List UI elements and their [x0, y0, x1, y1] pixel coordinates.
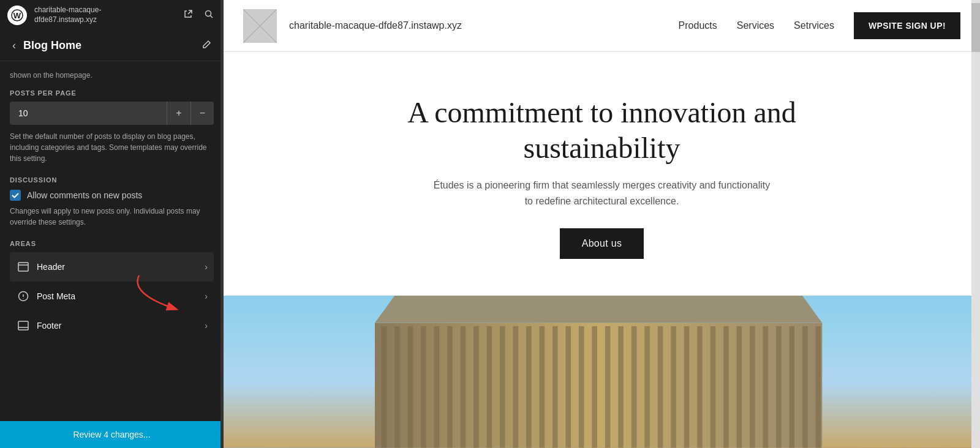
svg-rect-29: [605, 326, 611, 448]
preview-building-image: [224, 296, 980, 448]
svg-rect-42: [776, 326, 782, 448]
sidebar: W charitable-macaque- dfde87.instawp.xyz…: [0, 0, 224, 448]
comments-checkbox[interactable]: [10, 190, 21, 201]
site-nav: Products Services Setrvices: [679, 20, 834, 31]
topbar-site-name: charitable-macaque- dfde87.instawp.xyz: [34, 6, 173, 24]
preview-hero: A commitment to innovation and sustainab…: [224, 52, 980, 296]
nav-products[interactable]: Products: [679, 20, 717, 31]
svg-rect-35: [684, 326, 690, 448]
topbar-icons: [181, 7, 216, 24]
svg-rect-27: [579, 326, 584, 448]
svg-rect-17: [447, 326, 453, 448]
footer-area-chevron: ›: [205, 321, 208, 330]
hero-subtitle: Études is a pioneering firm that seamles…: [431, 177, 774, 209]
site-logo: [243, 9, 277, 43]
svg-rect-4: [18, 263, 28, 271]
svg-rect-21: [500, 326, 505, 448]
posts-controls: + −: [167, 102, 214, 125]
nav-services[interactable]: Services: [737, 20, 774, 31]
sidebar-content: shown on the homepage. POSTS PER PAGE 10…: [0, 61, 224, 421]
svg-rect-37: [710, 326, 716, 448]
about-us-button[interactable]: About us: [560, 228, 644, 259]
search-button[interactable]: [202, 7, 216, 24]
posts-decrement-button[interactable]: −: [191, 102, 214, 125]
signup-button[interactable]: WPSITE SIGN UP!: [854, 12, 960, 39]
wp-logo: W: [7, 6, 27, 25]
svg-rect-25: [552, 326, 558, 448]
main-preview: charitable-macaque-dfde87.instawp.xyz Pr…: [224, 0, 980, 448]
svg-rect-34: [671, 326, 676, 448]
svg-rect-39: [737, 326, 742, 448]
svg-rect-30: [618, 326, 624, 448]
area-item-footer[interactable]: Footer ›: [10, 311, 214, 340]
svg-rect-22: [513, 326, 519, 448]
sidebar-topbar: W charitable-macaque- dfde87.instawp.xyz: [0, 0, 224, 31]
svg-line-3: [211, 16, 213, 18]
svg-rect-12: [382, 326, 387, 448]
svg-rect-7: [18, 321, 28, 330]
comments-help-text: Changes will apply to new posts only. In…: [10, 206, 214, 228]
svg-rect-44: [802, 326, 808, 448]
areas-label: AREAS: [10, 240, 214, 247]
resize-handle[interactable]: [221, 0, 224, 448]
posts-per-page-control: 10 + −: [10, 102, 214, 125]
svg-rect-36: [697, 326, 703, 448]
svg-rect-32: [644, 326, 650, 448]
comments-checkbox-label: Allow comments on new posts: [27, 190, 142, 200]
building-svg: [224, 296, 980, 448]
svg-rect-43: [790, 326, 795, 448]
svg-rect-41: [763, 326, 769, 448]
truncated-text: shown on the homepage.: [10, 71, 214, 80]
footer-area-label: Footer: [37, 321, 198, 330]
edit-button[interactable]: [199, 37, 214, 54]
preview-site-domain: charitable-macaque-dfde87.instawp.xyz: [289, 20, 679, 31]
svg-rect-33: [658, 326, 663, 448]
review-changes-button[interactable]: Review 4 changes...: [0, 421, 224, 448]
post-meta-area-icon: [16, 289, 31, 304]
posts-increment-button[interactable]: +: [167, 102, 190, 125]
building-background: [224, 296, 980, 448]
footer-area-icon: [16, 318, 31, 333]
svg-rect-15: [421, 326, 426, 448]
discussion-label: DISCUSSION: [10, 176, 214, 184]
sidebar-header-section: ‹ Blog Home: [0, 31, 224, 61]
svg-rect-38: [723, 326, 729, 448]
post-meta-area-label: Post Meta: [37, 291, 198, 301]
svg-rect-26: [565, 326, 571, 448]
svg-rect-31: [631, 326, 637, 448]
preview-site-header: charitable-macaque-dfde87.instawp.xyz Pr…: [224, 0, 980, 52]
header-area-label: Header: [37, 262, 198, 272]
svg-rect-45: [816, 326, 821, 448]
svg-rect-40: [750, 326, 755, 448]
external-link-button[interactable]: [181, 7, 195, 24]
posts-help-text: Set the default number of posts to displ…: [10, 131, 214, 164]
svg-rect-16: [434, 326, 440, 448]
svg-point-2: [206, 11, 211, 17]
hero-title: A commitment to innovation and sustainab…: [388, 95, 816, 165]
svg-rect-14: [408, 326, 413, 448]
svg-rect-24: [539, 326, 545, 448]
svg-rect-18: [461, 326, 466, 448]
nav-setrvices[interactable]: Setrvices: [794, 20, 834, 31]
area-item-header[interactable]: Header ›: [10, 252, 214, 282]
svg-rect-13: [394, 326, 400, 448]
header-area-chevron: ›: [205, 262, 208, 272]
preview-scrollbar[interactable]: [971, 0, 980, 448]
posts-per-page-value: 10: [10, 102, 167, 124]
svg-rect-28: [592, 326, 597, 448]
post-meta-area-chevron: ›: [205, 291, 208, 301]
header-area-icon: [16, 259, 31, 274]
svg-rect-19: [473, 326, 479, 448]
back-button[interactable]: ‹: [10, 37, 18, 54]
comments-checkbox-row: Allow comments on new posts: [10, 190, 214, 201]
svg-text:W: W: [13, 11, 21, 20]
svg-rect-23: [526, 326, 532, 448]
sidebar-title: Blog Home: [23, 39, 199, 52]
svg-rect-20: [487, 326, 492, 448]
area-item-post-meta[interactable]: Post Meta ›: [10, 282, 214, 311]
scrollbar-thumb[interactable]: [971, 3, 980, 52]
svg-marker-46: [375, 296, 822, 323]
posts-per-page-label: POSTS PER PAGE: [10, 89, 214, 97]
